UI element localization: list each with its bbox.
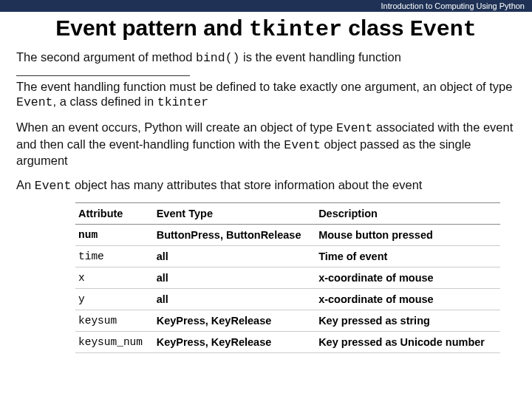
attribute-table: Attribute Event Type Description num But… — [75, 202, 500, 353]
p1b: bind() — [196, 51, 239, 65]
p4a: An — [16, 178, 35, 191]
cell-type: all — [154, 289, 316, 310]
divider-line — [16, 75, 190, 76]
p4b: Event — [35, 179, 72, 193]
th-description: Description — [316, 203, 500, 225]
paragraph-2: The event handling function must be defi… — [16, 79, 516, 111]
course-label: Introduction to Computing Using Python — [381, 1, 525, 10]
p3a: When an event occurs, Python will create… — [16, 120, 336, 134]
p2a: The event handling function must be defi… — [16, 80, 512, 93]
table-row: keysum KeyPress, KeyRelease Key pressed … — [75, 310, 500, 332]
table-header-row: Attribute Event Type Description — [75, 203, 500, 225]
cell-desc: Time of event — [316, 246, 500, 267]
cell-desc: Key pressed as Unicode number — [316, 332, 500, 353]
p4c: object has many attributes that store in… — [71, 178, 422, 191]
page-title: Event pattern and tkinter class Event — [0, 12, 532, 50]
cell-attr: x — [75, 267, 154, 289]
cell-attr: y — [75, 289, 154, 310]
cell-type: KeyPress, KeyRelease — [154, 332, 316, 353]
cell-desc: x-coordinate of mouse — [316, 289, 500, 310]
cell-type: ButtonPress, ButtonRelease — [154, 225, 316, 246]
content: The second argument of method bind() is … — [0, 50, 532, 353]
p1c: is the event handling function — [239, 50, 400, 64]
table-row: y all x-coordinate of mouse — [75, 289, 500, 310]
paragraph-4: An Event object has many attributes that… — [16, 177, 516, 194]
cell-attr: keysum — [75, 310, 154, 332]
paragraph-1: The second argument of method bind() is … — [16, 50, 516, 66]
paragraph-3: When an event occurs, Python will create… — [16, 120, 516, 168]
p1a: The second argument of method — [16, 50, 196, 64]
cell-type: KeyPress, KeyRelease — [154, 310, 316, 332]
p3d: Event — [284, 138, 321, 152]
cell-desc: Key pressed as string — [316, 310, 500, 332]
cell-desc: x-coordinate of mouse — [316, 267, 500, 289]
p2c: , a class defined in — [53, 95, 157, 108]
cell-desc: Mouse button pressed — [316, 225, 500, 246]
th-event-type: Event Type — [154, 203, 316, 225]
cell-attr: time — [75, 246, 154, 267]
p2d: tkinter — [157, 95, 208, 109]
table-row: num ButtonPress, ButtonRelease Mouse but… — [75, 225, 500, 246]
th-attribute: Attribute — [75, 203, 154, 225]
table-row: keysum_num KeyPress, KeyRelease Key pres… — [75, 332, 500, 353]
cell-type: all — [154, 267, 316, 289]
table-row: time all Time of event — [75, 246, 500, 267]
header-bar: Introduction to Computing Using Python — [0, 0, 532, 12]
title-mono2: Event — [410, 17, 477, 42]
title-pre: Event pattern and — [55, 16, 249, 40]
title-mono1: tkinter — [249, 17, 342, 42]
p3b: Event — [336, 121, 373, 135]
cell-attr: num — [75, 225, 154, 246]
cell-type: all — [154, 246, 316, 267]
table-row: x all x-coordinate of mouse — [75, 267, 500, 289]
cell-attr: keysum_num — [75, 332, 154, 353]
p2b: Event — [16, 95, 53, 109]
title-mid: class — [342, 16, 410, 40]
